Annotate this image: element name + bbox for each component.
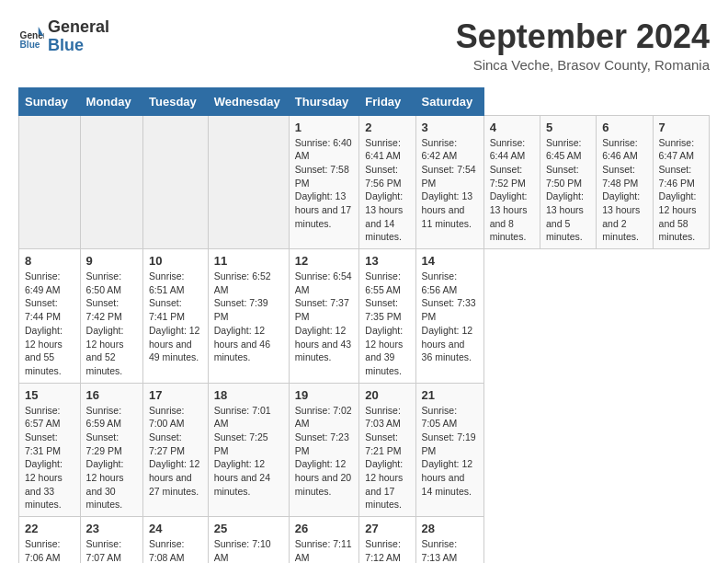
- week-row-1: 1Sunrise: 6:40 AMSunset: 7:58 PMDaylight…: [19, 115, 710, 249]
- calendar-cell: 5Sunrise: 6:45 AMSunset: 7:50 PMDaylight…: [540, 115, 596, 249]
- day-number: 20: [365, 388, 409, 402]
- header-cell-sunday: Sunday: [19, 87, 81, 115]
- day-number: 5: [546, 121, 590, 134]
- cell-info: Sunrise: 6:51 AMSunset: 7:41 PMDaylight:…: [149, 270, 202, 364]
- calendar-cell: 3Sunrise: 6:42 AMSunset: 7:54 PMDaylight…: [415, 115, 483, 249]
- cell-info: Sunrise: 7:13 AMSunset: 7:06 PMDaylight:…: [422, 537, 478, 563]
- calendar-cell: 23Sunrise: 7:07 AMSunset: 7:15 PMDayligh…: [80, 517, 142, 563]
- day-number: 17: [149, 388, 202, 402]
- day-number: 10: [149, 254, 202, 268]
- cell-info: Sunrise: 7:12 AMSunset: 7:07 PMDaylight:…: [365, 537, 409, 563]
- calendar-cell: 1Sunrise: 6:40 AMSunset: 7:58 PMDaylight…: [289, 115, 359, 249]
- day-number: 28: [422, 522, 478, 535]
- calendar-cell: 14Sunrise: 6:56 AMSunset: 7:33 PMDayligh…: [415, 249, 483, 384]
- day-number: 3: [422, 121, 478, 134]
- title-block: September 2024 Sinca Veche, Brasov Count…: [456, 18, 710, 73]
- cell-info: Sunrise: 6:52 AMSunset: 7:39 PMDaylight:…: [214, 270, 283, 364]
- cell-info: Sunrise: 6:49 AMSunset: 7:44 PMDaylight:…: [25, 270, 74, 378]
- calendar-cell: 26Sunrise: 7:11 AMSunset: 7:09 PMDayligh…: [289, 517, 359, 563]
- cell-info: Sunrise: 6:55 AMSunset: 7:35 PMDaylight:…: [365, 270, 409, 378]
- cell-info: Sunrise: 7:05 AMSunset: 7:19 PMDaylight:…: [422, 404, 478, 499]
- header-cell-tuesday: Tuesday: [143, 87, 209, 115]
- location-subtitle: Sinca Veche, Brasov County, Romania: [456, 57, 710, 73]
- day-number: 7: [659, 121, 703, 134]
- calendar-cell: 19Sunrise: 7:02 AMSunset: 7:23 PMDayligh…: [289, 383, 359, 517]
- calendar-cell: [80, 115, 142, 249]
- svg-text:Blue: Blue: [20, 39, 40, 49]
- cell-info: Sunrise: 6:45 AMSunset: 7:50 PMDaylight:…: [546, 136, 590, 245]
- day-number: 11: [214, 254, 283, 268]
- day-number: 6: [602, 121, 646, 134]
- cell-info: Sunrise: 6:41 AMSunset: 7:56 PMDaylight:…: [365, 136, 409, 245]
- cell-info: Sunrise: 7:07 AMSunset: 7:15 PMDaylight:…: [86, 537, 137, 563]
- day-number: 15: [25, 388, 74, 402]
- cell-info: Sunrise: 6:44 AMSunset: 7:52 PMDaylight:…: [490, 136, 534, 245]
- calendar-cell: 7Sunrise: 6:47 AMSunset: 7:46 PMDaylight…: [653, 115, 709, 249]
- header-cell-monday: Monday: [80, 87, 142, 115]
- calendar-cell: [143, 115, 209, 249]
- cell-info: Sunrise: 6:47 AMSunset: 7:46 PMDaylight:…: [659, 136, 703, 245]
- calendar-cell: [208, 115, 289, 249]
- calendar-cell: 15Sunrise: 6:57 AMSunset: 7:31 PMDayligh…: [19, 383, 81, 517]
- cell-info: Sunrise: 6:40 AMSunset: 7:58 PMDaylight:…: [295, 136, 354, 231]
- day-number: 14: [422, 254, 478, 268]
- day-number: 9: [86, 254, 137, 268]
- week-row-2: 8Sunrise: 6:49 AMSunset: 7:44 PMDaylight…: [19, 249, 710, 384]
- calendar-cell: 22Sunrise: 7:06 AMSunset: 7:17 PMDayligh…: [19, 517, 81, 563]
- day-number: 2: [365, 121, 409, 134]
- cell-info: Sunrise: 6:46 AMSunset: 7:48 PMDaylight:…: [602, 136, 646, 245]
- week-row-3: 15Sunrise: 6:57 AMSunset: 7:31 PMDayligh…: [19, 383, 710, 517]
- calendar-cell: 2Sunrise: 6:41 AMSunset: 7:56 PMDaylight…: [359, 115, 415, 249]
- day-number: 16: [86, 388, 137, 402]
- header-cell-thursday: Thursday: [289, 87, 359, 115]
- day-number: 21: [422, 388, 478, 402]
- header-cell-friday: Friday: [359, 87, 415, 115]
- day-number: 13: [365, 254, 409, 268]
- logo: General Blue General Blue: [18, 18, 109, 55]
- calendar-cell: 13Sunrise: 6:55 AMSunset: 7:35 PMDayligh…: [359, 249, 415, 384]
- cell-info: Sunrise: 6:59 AMSunset: 7:29 PMDaylight:…: [86, 404, 137, 512]
- calendar-cell: 6Sunrise: 6:46 AMSunset: 7:48 PMDaylight…: [597, 115, 653, 249]
- cell-info: Sunrise: 6:56 AMSunset: 7:33 PMDaylight:…: [422, 270, 478, 364]
- calendar-cell: 18Sunrise: 7:01 AMSunset: 7:25 PMDayligh…: [208, 383, 289, 517]
- cell-info: Sunrise: 7:06 AMSunset: 7:17 PMDaylight:…: [25, 537, 74, 563]
- cell-info: Sunrise: 7:01 AMSunset: 7:25 PMDaylight:…: [214, 404, 283, 499]
- cell-info: Sunrise: 7:00 AMSunset: 7:27 PMDaylight:…: [149, 404, 202, 499]
- cell-info: Sunrise: 7:10 AMSunset: 7:11 PMDaylight:…: [214, 537, 283, 563]
- header-cell-wednesday: Wednesday: [208, 87, 289, 115]
- week-row-4: 22Sunrise: 7:06 AMSunset: 7:17 PMDayligh…: [19, 517, 710, 563]
- cell-info: Sunrise: 6:57 AMSunset: 7:31 PMDaylight:…: [25, 404, 74, 512]
- calendar-cell: 20Sunrise: 7:03 AMSunset: 7:21 PMDayligh…: [359, 383, 415, 517]
- calendar-cell: 9Sunrise: 6:50 AMSunset: 7:42 PMDaylight…: [80, 249, 142, 384]
- calendar-cell: 16Sunrise: 6:59 AMSunset: 7:29 PMDayligh…: [80, 383, 142, 517]
- calendar-cell: [19, 115, 81, 249]
- cell-info: Sunrise: 7:03 AMSunset: 7:21 PMDaylight:…: [365, 404, 409, 512]
- logo-text: General Blue: [48, 18, 109, 55]
- calendar-cell: 12Sunrise: 6:54 AMSunset: 7:37 PMDayligh…: [289, 249, 359, 384]
- cell-info: Sunrise: 7:08 AMSunset: 7:13 PMDaylight:…: [149, 537, 202, 563]
- day-number: 24: [149, 522, 202, 535]
- calendar-cell: 25Sunrise: 7:10 AMSunset: 7:11 PMDayligh…: [208, 517, 289, 563]
- logo-line2: Blue: [48, 37, 109, 55]
- cell-info: Sunrise: 6:42 AMSunset: 7:54 PMDaylight:…: [422, 136, 478, 231]
- cell-info: Sunrise: 6:54 AMSunset: 7:37 PMDaylight:…: [295, 270, 354, 364]
- month-title: September 2024: [456, 18, 710, 55]
- day-number: 25: [214, 522, 283, 535]
- day-number: 22: [25, 522, 74, 535]
- calendar-cell: 28Sunrise: 7:13 AMSunset: 7:06 PMDayligh…: [415, 517, 483, 563]
- day-number: 23: [86, 522, 137, 535]
- header-row: SundayMondayTuesdayWednesdayThursdayFrid…: [19, 87, 710, 115]
- page-header: General Blue General Blue September 2024…: [18, 18, 710, 73]
- calendar-cell: 21Sunrise: 7:05 AMSunset: 7:19 PMDayligh…: [415, 383, 483, 517]
- calendar-cell: 4Sunrise: 6:44 AMSunset: 7:52 PMDaylight…: [483, 115, 540, 249]
- calendar-cell: 10Sunrise: 6:51 AMSunset: 7:41 PMDayligh…: [143, 249, 209, 384]
- day-number: 4: [490, 121, 534, 134]
- day-number: 19: [295, 388, 354, 402]
- calendar-cell: 11Sunrise: 6:52 AMSunset: 7:39 PMDayligh…: [208, 249, 289, 384]
- cell-info: Sunrise: 7:11 AMSunset: 7:09 PMDaylight:…: [295, 537, 354, 563]
- calendar-cell: 17Sunrise: 7:00 AMSunset: 7:27 PMDayligh…: [143, 383, 209, 517]
- day-number: 8: [25, 254, 74, 268]
- day-number: 1: [295, 121, 354, 134]
- calendar-table: SundayMondayTuesdayWednesdayThursdayFrid…: [18, 87, 710, 563]
- day-number: 26: [295, 522, 354, 535]
